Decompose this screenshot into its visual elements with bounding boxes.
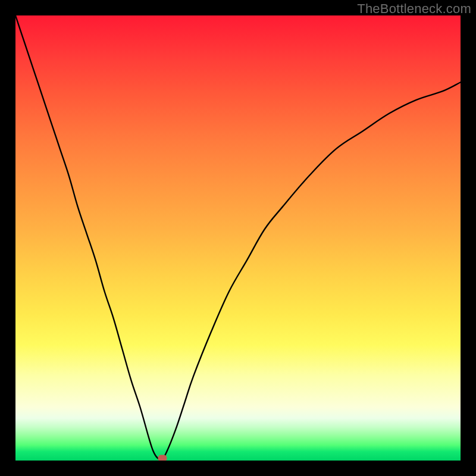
bottleneck-curve [15, 15, 461, 461]
minimum-marker [158, 455, 167, 461]
chart-frame: TheBottleneck.com [0, 0, 476, 476]
watermark-text: TheBottleneck.com [357, 1, 471, 17]
plot-area [15, 15, 461, 461]
